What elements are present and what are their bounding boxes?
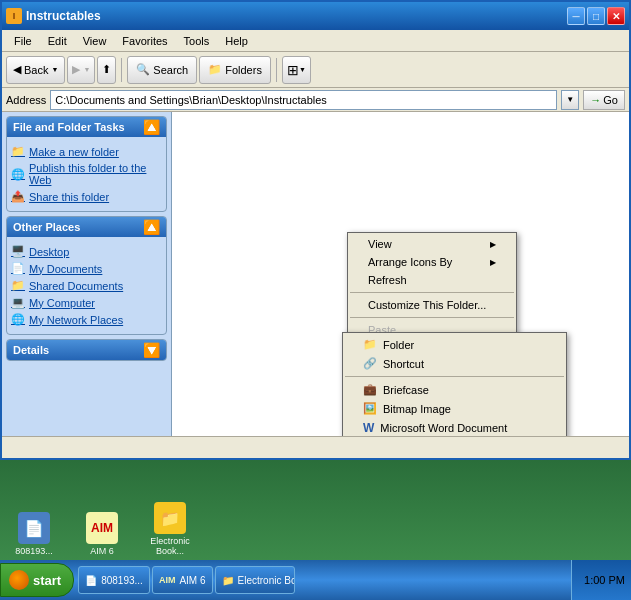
file-folder-tasks-section: File and Folder Tasks 🔼 📁 Make a new fol… [6, 116, 167, 212]
publish-folder-link[interactable]: 🌐 Publish this folder to the Web [11, 160, 162, 188]
network-icon: 🌐 [11, 313, 25, 326]
go-arrow-icon: → [590, 94, 601, 106]
start-orb-icon [9, 570, 29, 590]
sub-sep-1 [345, 376, 564, 377]
ctx-view[interactable]: View [348, 235, 516, 253]
tray-time: 1:00 PM [584, 574, 625, 586]
taskbar-doc-icon: 📄 [85, 575, 97, 586]
taskbar-item-808193[interactable]: 📄 808193... [78, 566, 150, 594]
desktop-icon-electronic-book[interactable]: 📁 Electronic Book... [140, 502, 200, 556]
menu-view[interactable]: View [75, 33, 115, 49]
maximize-button[interactable]: □ [587, 7, 605, 25]
menu-favorites[interactable]: Favorites [114, 33, 175, 49]
sub-word-doc[interactable]: W Microsoft Word Document [343, 418, 566, 436]
details-section: Details 🔽 [6, 339, 167, 361]
search-icon: 🔍 [136, 63, 150, 76]
up-button[interactable]: ⬆ [97, 56, 116, 84]
taskbar-aim-icon: AIM [159, 575, 176, 585]
toolbar-separator-1 [121, 58, 122, 82]
menu-tools[interactable]: Tools [176, 33, 218, 49]
details-header[interactable]: Details 🔽 [7, 340, 166, 360]
details-title: Details [13, 344, 49, 356]
my-computer-icon: 💻 [11, 296, 25, 309]
file-tasks-header[interactable]: File and Folder Tasks 🔼 [7, 117, 166, 137]
window-title: Instructables [26, 9, 567, 23]
folders-icon: 📁 [208, 63, 222, 76]
up-arrow-icon: ⬆ [102, 63, 111, 76]
desktop-link[interactable]: 🖥️ Desktop [11, 243, 162, 260]
go-button[interactable]: → Go [583, 90, 625, 110]
new-submenu: 📁 Folder 🔗 Shortcut 💼 Briefcase 🖼️ Bitma… [342, 332, 567, 436]
file-tasks-body: 📁 Make a new folder 🌐 Publish this folde… [7, 137, 166, 211]
search-label: Search [153, 64, 188, 76]
sub-folder[interactable]: 📁 Folder [343, 335, 566, 354]
folders-label: Folders [225, 64, 262, 76]
shared-docs-icon: 📁 [11, 279, 25, 292]
right-panel[interactable]: View Arrange Icons By Refresh Customize … [172, 112, 629, 436]
back-button[interactable]: ◀ Back ▼ [6, 56, 65, 84]
start-label: start [33, 573, 61, 588]
shared-documents-link[interactable]: 📁 Shared Documents [11, 277, 162, 294]
desktop-icon-aim[interactable]: AIM AIM 6 [72, 512, 132, 556]
desktop-icon: 🖥️ [11, 245, 25, 258]
desktop-icon-808193[interactable]: 📄 808193... [4, 512, 64, 556]
ctx-arrange[interactable]: Arrange Icons By [348, 253, 516, 271]
details-toggle[interactable]: 🔽 [143, 343, 160, 357]
my-documents-link[interactable]: 📄 My Documents [11, 260, 162, 277]
forward-button[interactable]: ▶ ▼ [67, 56, 95, 84]
sub-shortcut[interactable]: 🔗 Shortcut [343, 354, 566, 373]
taskbar-item-ebook[interactable]: 📁 Electronic Book... [215, 566, 295, 594]
taskbar-items: 📄 808193... AIM AIM 6 📁 Electronic Book.… [74, 566, 571, 594]
toolbar-separator-2 [276, 58, 277, 82]
go-label: Go [603, 94, 618, 106]
file-tasks-title: File and Folder Tasks [13, 121, 125, 133]
folder-icon: 📁 [363, 338, 377, 351]
start-button[interactable]: start [0, 563, 74, 597]
sub-bitmap[interactable]: 🖼️ Bitmap Image [343, 399, 566, 418]
view-icon: ⊞ [287, 62, 299, 78]
taskbar-ebook-label: Electronic Book... [238, 575, 295, 586]
system-tray: 1:00 PM [571, 560, 631, 600]
addressbar: Address ▼ → Go [2, 88, 629, 112]
aim-icon: AIM [86, 512, 118, 544]
other-places-body: 🖥️ Desktop 📄 My Documents 📁 Shared Docum… [7, 237, 166, 334]
window-controls: ─ □ ✕ [567, 7, 625, 25]
folders-button[interactable]: 📁 Folders [199, 56, 271, 84]
shortcut-icon: 🔗 [363, 357, 377, 370]
close-button[interactable]: ✕ [607, 7, 625, 25]
other-places-toggle[interactable]: 🔼 [143, 220, 160, 234]
my-network-places-link[interactable]: 🌐 My Network Places [11, 311, 162, 328]
ctx-customize[interactable]: Customize This Folder... [348, 296, 516, 314]
other-places-section: Other Places 🔼 🖥️ Desktop 📄 My Documents… [6, 216, 167, 335]
desktop: 📄 808193... AIM AIM 6 📁 Electronic Book.… [0, 460, 631, 560]
address-label: Address [6, 94, 46, 106]
share-folder-link[interactable]: 📤 Share this folder [11, 188, 162, 205]
taskbar-doc-label: 808193... [101, 575, 143, 586]
address-dropdown[interactable]: ▼ [561, 90, 579, 110]
word-icon: W [363, 421, 374, 435]
statusbar [2, 436, 629, 458]
back-arrow-icon: ◀ [13, 63, 21, 76]
address-input[interactable] [50, 90, 557, 110]
ctx-sep-2 [350, 317, 514, 318]
make-new-folder-link[interactable]: 📁 Make a new folder [11, 143, 162, 160]
sub-briefcase[interactable]: 💼 Briefcase [343, 380, 566, 399]
menu-file[interactable]: File [6, 33, 40, 49]
minimize-button[interactable]: ─ [567, 7, 585, 25]
back-label: Back [24, 64, 48, 76]
search-button[interactable]: 🔍 Search [127, 56, 197, 84]
ctx-sep-1 [350, 292, 514, 293]
file-tasks-toggle[interactable]: 🔼 [143, 120, 160, 134]
taskbar-ebook-icon: 📁 [222, 575, 234, 586]
taskbar-item-aim[interactable]: AIM AIM 6 [152, 566, 213, 594]
view-button[interactable]: ⊞ ▼ [282, 56, 311, 84]
menu-help[interactable]: Help [217, 33, 256, 49]
forward-arrow-icon: ▶ [72, 63, 80, 76]
view-dropdown-icon: ▼ [299, 66, 306, 73]
new-folder-icon: 📁 [11, 145, 25, 158]
share-icon: 📤 [11, 190, 25, 203]
ctx-refresh[interactable]: Refresh [348, 271, 516, 289]
my-computer-link[interactable]: 💻 My Computer [11, 294, 162, 311]
other-places-header[interactable]: Other Places 🔼 [7, 217, 166, 237]
menu-edit[interactable]: Edit [40, 33, 75, 49]
